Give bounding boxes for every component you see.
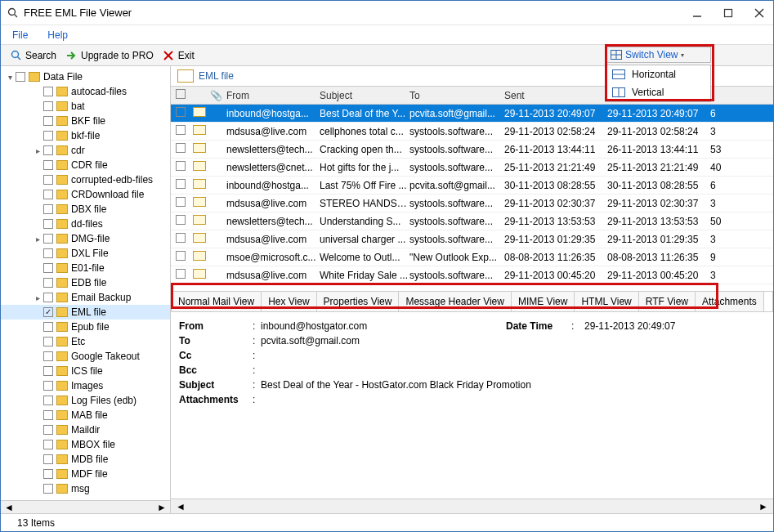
tree-item[interactable]: Epub file [1,320,170,334]
tree-root[interactable]: ▾Data File [1,69,170,84]
maximize-button[interactable] [721,6,736,20]
close-button[interactable] [752,6,767,20]
horizontal-label: Horizontal [632,69,676,80]
sidebar-hscroll[interactable]: ◄ ► [1,500,170,513]
row-checkbox[interactable] [176,269,186,279]
menu-help[interactable]: Help [47,29,68,41]
switch-view-horizontal[interactable]: Horizontal [606,65,710,83]
tree-item[interactable]: corrupted-edb-files [1,172,170,187]
header-from[interactable]: From [223,90,320,101]
envelope-icon [193,251,206,261]
envelope-icon [193,161,206,171]
tree-item[interactable]: EDB file [1,275,170,290]
view-tab[interactable]: Message Header View [399,292,512,311]
tree-item[interactable]: BKF file [1,114,170,128]
header-subject[interactable]: Subject [320,90,409,101]
header-to[interactable]: To [409,90,504,101]
switch-view-button[interactable]: Switch View ▾ [605,47,711,63]
header-sent[interactable]: Sent [504,90,607,101]
tree-item[interactable]: Google Takeout [1,349,170,364]
tree-item[interactable]: msg [1,481,170,496]
table-row[interactable]: newsletters@tech...Understanding S...sys… [171,212,773,230]
detail-from-value: inbound@hostgator.com [261,320,506,332]
tree-item[interactable]: Images [1,378,170,393]
scroll-right-icon[interactable]: ► [758,501,768,512]
tree-item[interactable]: MAB file [1,408,170,422]
detail-to-value: pcvita.soft@gmail.com [261,335,765,346]
table-row[interactable]: mdsusa@live.comSTEREO HANDSFR...systools… [171,194,773,212]
exit-button[interactable]: Exit [159,47,199,65]
tree-item[interactable]: ▸DMG-file [1,231,170,246]
view-tab[interactable]: Hex View [262,292,316,311]
view-tab[interactable]: Attachments [696,292,764,311]
view-tab[interactable]: Normal Mail View [172,292,262,311]
switch-view-vertical[interactable]: Vertical [606,83,710,101]
svg-line-7 [18,56,21,60]
view-tab[interactable]: HTML View [575,292,638,311]
envelope-icon [193,179,206,189]
tree-item[interactable]: EML file [1,305,170,320]
table-row[interactable]: msoe@microsoft.c...Welcome to Outl..."Ne… [171,248,773,266]
attachment-icon: 📎 [208,90,223,101]
row-checkbox[interactable] [176,125,186,135]
tree-item[interactable]: Maildir [1,422,170,437]
search-button[interactable]: Search [6,47,61,65]
view-tab[interactable]: Properties View [317,292,400,311]
tree-item[interactable]: MDF file [1,467,170,481]
content-title: EML file [199,70,234,82]
horizontal-icon [612,69,625,79]
table-row[interactable]: inbound@hostga...Last 75% Off Fire ...pc… [171,177,773,194]
tree-item[interactable]: Log Files (edb) [1,393,170,408]
tree-item[interactable]: autocad-files [1,84,170,99]
scroll-left-icon[interactable]: ◄ [4,502,14,513]
tree-item[interactable]: CDR file [1,158,170,172]
layout-icon [611,50,622,60]
detail-cc-label: Cc [179,350,253,361]
tree-item[interactable]: bkf-file [1,128,170,143]
envelope-icon [193,143,206,153]
table-row[interactable]: newsletters@tech...Cracking open th...sy… [171,141,773,159]
grid-body[interactable]: inbound@hostga...Best Deal of the Y...pc… [171,105,773,284]
tree-item[interactable]: DBX file [1,202,170,217]
tree-item[interactable]: DXL File [1,246,170,261]
row-checkbox[interactable] [176,233,186,243]
tree-item[interactable]: Etc [1,334,170,349]
scroll-left-icon[interactable]: ◄ [176,501,186,512]
view-tab[interactable]: RTF View [639,292,696,311]
view-tab[interactable]: MIME View [512,292,575,311]
detail-bcc-value [261,364,765,376]
envelope-icon [193,269,206,279]
envelope-icon [193,215,206,225]
upgrade-button[interactable]: Upgrade to PRO [61,47,159,65]
tree-item[interactable]: MDB file [1,452,170,467]
scroll-right-icon[interactable]: ► [157,502,167,513]
table-row[interactable]: mdsusa@live.comWhite Friday Sale ...syst… [171,266,773,284]
mail-detail-panel: From : inbound@hostgator.com Date Time :… [171,312,773,414]
mail-icon [177,69,194,83]
row-checkbox[interactable] [176,107,186,117]
table-row[interactable]: mdsusa@live.comcellphones total c...syst… [171,123,773,141]
content-hscroll[interactable]: ◄ ► [171,498,773,513]
table-row[interactable]: newsletters@cnet...Hot gifts for the j..… [171,159,773,177]
tree-item[interactable]: CRDownload file [1,187,170,202]
tree-item[interactable]: ICS file [1,364,170,378]
table-row[interactable]: mdsusa@live.comuniversal charger ...syst… [171,230,773,248]
title-bar: FREE EML File Viewer [1,1,773,25]
tree-item[interactable]: E01-file [1,261,170,275]
minimize-button[interactable] [690,6,705,20]
row-checkbox[interactable] [176,161,186,171]
table-row[interactable]: inbound@hostga...Best Deal of the Y...pc… [171,105,773,123]
folder-tree[interactable]: ▾Data Fileautocad-filesbatBKF filebkf-fi… [1,66,170,500]
tree-item[interactable]: MBOX file [1,437,170,452]
select-all-checkbox[interactable] [176,89,186,99]
row-checkbox[interactable] [176,143,186,153]
row-checkbox[interactable] [176,251,186,261]
row-checkbox[interactable] [176,197,186,207]
tree-item[interactable]: ▸Email Backup [1,290,170,305]
row-checkbox[interactable] [176,215,186,225]
tree-item[interactable]: bat [1,99,170,114]
menu-file[interactable]: File [12,29,28,41]
row-checkbox[interactable] [176,179,186,189]
tree-item[interactable]: ▸cdr [1,143,170,158]
tree-item[interactable]: dd-files [1,217,170,231]
